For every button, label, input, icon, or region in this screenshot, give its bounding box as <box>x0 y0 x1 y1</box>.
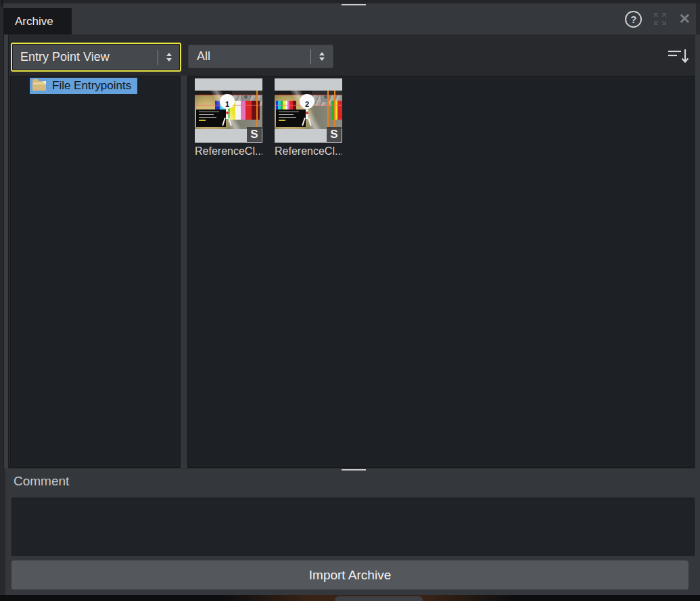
close-icon[interactable]: ✕ <box>678 11 691 27</box>
thumbnail-2[interactable]: 2 S <box>275 78 342 143</box>
archive-item-label: ReferenceCl... <box>195 145 262 158</box>
archive-item-2[interactable]: 2 S ReferenceCl... <box>275 78 342 158</box>
test-pattern-image: 1 <box>195 91 262 129</box>
left-frame-strip <box>3 34 9 468</box>
tree-item-label: File Entrypoints <box>52 79 131 93</box>
view-dropdown-value: Entry Point View <box>20 50 110 64</box>
tab-archive-label: Archive <box>15 15 53 28</box>
comment-label: Comment <box>14 474 69 489</box>
horizontal-splitter-handle[interactable] <box>342 469 366 471</box>
thumbnail-1[interactable]: 1 S <box>195 78 262 143</box>
corner-notch <box>1 0 3 7</box>
scene-badge: S <box>247 127 262 142</box>
archive-item-label: ReferenceCl... <box>275 145 342 158</box>
spinner-arrows-icon[interactable] <box>158 53 180 62</box>
bottom-edge-strip <box>0 595 700 601</box>
view-dropdown[interactable]: Entry Point View <box>11 43 181 72</box>
filter-dropdown-value: All <box>197 49 210 64</box>
archive-item-1[interactable]: 1 S ReferenceCl... <box>195 78 262 158</box>
titlebar: Archive ? ✕ <box>3 3 696 34</box>
expand-icon[interactable] <box>652 11 668 27</box>
import-archive-button[interactable]: Import Archive <box>11 560 689 590</box>
entrypoint-tree-panel: File Entrypoints <box>10 76 181 468</box>
titlebar-icons: ? ✕ <box>625 3 691 34</box>
comment-input[interactable] <box>11 498 695 556</box>
figure-head-number: 1 <box>220 94 235 109</box>
vertical-splitter[interactable] <box>181 76 187 468</box>
top-splitter-handle[interactable] <box>342 4 366 5</box>
background-element <box>335 596 423 601</box>
spinner-arrows-icon[interactable] <box>311 52 333 61</box>
tree-item-file-entrypoints[interactable]: File Entrypoints <box>30 78 137 94</box>
test-pattern-image: 2 <box>275 91 342 129</box>
figure-head-number: 2 <box>300 94 314 109</box>
help-icon[interactable]: ? <box>625 11 642 28</box>
tab-archive[interactable]: Archive <box>3 8 72 34</box>
archive-items-panel: 1 S ReferenceCl... <box>187 76 695 468</box>
sort-descending-icon[interactable] <box>667 46 690 66</box>
scene-badge: S <box>327 127 342 142</box>
archive-window: Archive ? ✕ Entry Point View All <box>0 0 700 601</box>
folder-icon <box>32 81 46 91</box>
filter-dropdown[interactable]: All <box>188 45 333 68</box>
